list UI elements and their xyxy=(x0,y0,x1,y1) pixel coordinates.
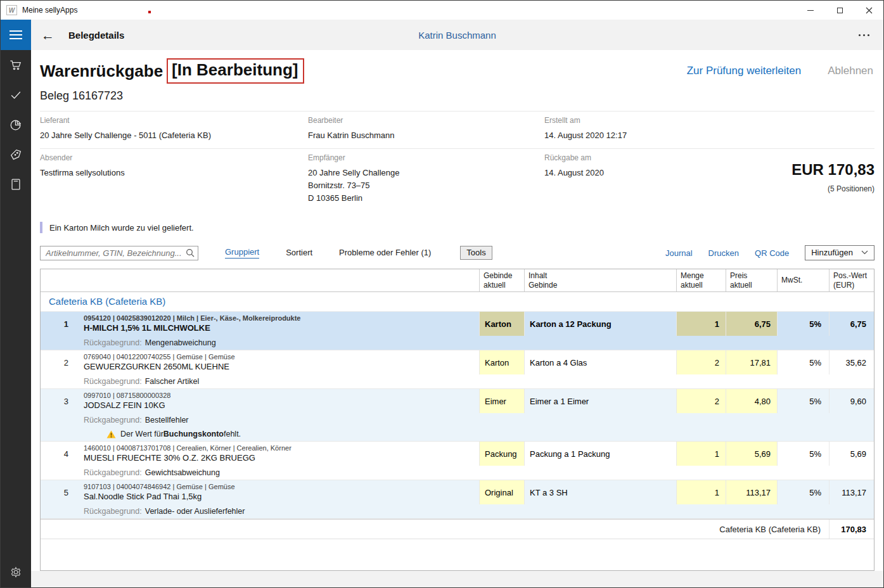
gebinde-cell[interactable]: Karton xyxy=(479,350,524,374)
sidebar xyxy=(1,20,31,587)
table-row[interactable]: 5 9107103 | 04004074846942 | Gemüse | Ge… xyxy=(41,480,874,504)
gebinde-cell[interactable]: Original xyxy=(479,480,524,504)
poswert-cell: 113,17 xyxy=(829,480,874,504)
mwst-cell: 5% xyxy=(777,389,829,413)
col-poswert: Pos.-Wert(EUR) xyxy=(829,269,874,291)
book-icon xyxy=(9,177,23,191)
more-options-button[interactable] xyxy=(857,30,871,39)
table-row[interactable]: 1 0954120 | 04025839012020 | Milch | Eie… xyxy=(41,312,874,336)
article-cell: 0769040 | 04012200740255 | Gemüse | Gemü… xyxy=(74,350,479,374)
article-name: Sal.Noodle Stick Pad Thai 1,5kg xyxy=(84,491,202,502)
sidebar-item-cart[interactable] xyxy=(1,50,31,80)
gebinde-cell[interactable]: Packung xyxy=(479,442,524,466)
sidebar-item-tags[interactable] xyxy=(1,139,31,169)
menge-cell[interactable]: 1 xyxy=(676,312,726,336)
close-button[interactable] xyxy=(854,1,883,20)
poswert-cell: 35,62 xyxy=(829,350,874,374)
supplier-label: Lieferant xyxy=(40,116,308,125)
menge-cell[interactable]: 2 xyxy=(676,350,726,374)
mwst-cell: 5% xyxy=(777,480,829,504)
col-pos xyxy=(41,269,74,291)
col-menge: Mengeaktuell xyxy=(676,269,726,291)
col-preis: Preisaktuell xyxy=(726,269,777,291)
table-row[interactable]: 3 0997010 | 08715800000328 JODSALZ FEIN … xyxy=(41,389,874,413)
back-button[interactable]: ← xyxy=(41,29,54,42)
sidebar-item-check[interactable] xyxy=(1,80,31,110)
minimize-icon xyxy=(807,10,814,11)
editor-label: Bearbeiter xyxy=(308,116,544,125)
recipient-label: Empfänger xyxy=(308,153,544,162)
position-row-group[interactable]: 2 0769040 | 04012200740255 | Gemüse | Ge… xyxy=(41,350,874,389)
menge-cell[interactable]: 2 xyxy=(676,389,726,413)
preis-cell[interactable]: 6,75 xyxy=(726,312,777,336)
tab-problems[interactable]: Probleme oder Fehler (1) xyxy=(339,248,431,259)
return-reason-row: Rückgabegrund: Gewichtsabweichung xyxy=(41,466,874,480)
maximize-icon xyxy=(837,8,843,13)
inhalt-cell: Karton a 12 Packung xyxy=(524,312,676,336)
position-row-group[interactable]: 4 1460010 | 04008713701708 | Cerealien, … xyxy=(41,442,874,480)
article-cell: 0997010 | 08715800000328 JODSALZ FEIN 10… xyxy=(74,389,479,413)
position-row-group[interactable]: 1 0954120 | 04025839012020 | Milch | Eie… xyxy=(41,312,874,350)
warning-row: Der Wert für Buchungskonto fehlt. xyxy=(41,427,874,441)
article-cell: 0954120 | 04025839012020 | Milch | Eier-… xyxy=(74,312,479,336)
sidebar-item-statistics[interactable] xyxy=(1,110,31,139)
app-window: W Meine sellyApps xyxy=(0,0,884,588)
tab-grouped[interactable]: Gruppiert xyxy=(225,247,259,259)
window-titlebar: W Meine sellyApps xyxy=(1,1,883,20)
menge-cell[interactable]: 1 xyxy=(676,480,726,504)
article-info: 0954120 | 04025839012020 | Milch | Eier-… xyxy=(84,314,300,323)
tools-button[interactable]: Tools xyxy=(460,246,492,260)
sidebar-item-book[interactable] xyxy=(1,169,31,199)
print-link[interactable]: Drucken xyxy=(708,248,739,258)
gebinde-cell[interactable]: Karton xyxy=(479,312,524,336)
page-breadcrumb: Belegdetails xyxy=(68,30,124,41)
menge-cell[interactable]: 1 xyxy=(676,442,726,466)
article-info: 0997010 | 08715800000328 xyxy=(84,392,170,400)
red-dot xyxy=(148,11,151,13)
table-row[interactable]: 2 0769040 | 04012200740255 | Gemüse | Ge… xyxy=(41,350,874,374)
document-total: EUR 170,83 xyxy=(791,161,874,179)
preis-cell[interactable]: 17,81 xyxy=(726,350,777,374)
table-row[interactable]: 4 1460010 | 04008713701708 | Cerealien, … xyxy=(41,442,874,466)
return-reason-row: Rückgabegrund: Bestellfehler xyxy=(41,413,874,427)
tab-sorted[interactable]: Sortiert xyxy=(286,248,312,259)
article-info: 9107103 | 04004074846942 | Gemüse | Gemü… xyxy=(84,483,235,491)
preis-cell[interactable]: 113,17 xyxy=(726,480,777,504)
supplier-value: 20 Jahre Selly Challenge - 5011 (Cafeter… xyxy=(40,129,308,142)
forward-for-review-button[interactable]: Zur Prüfung weiterleiten xyxy=(687,65,801,77)
search-icon xyxy=(186,248,195,257)
created-label: Erstellt am xyxy=(544,116,874,125)
journal-link[interactable]: Journal xyxy=(665,248,693,258)
article-name: GEWUERZGURKEN 2650ML KUEHNE xyxy=(84,361,229,372)
position-number: 2 xyxy=(41,350,74,374)
positions-table: Gebindeaktuell InhaltGebinde Mengeaktuel… xyxy=(40,269,874,571)
poswert-cell: 6,75 xyxy=(829,312,874,336)
poswert-cell: 9,60 xyxy=(829,389,874,413)
menu-button[interactable] xyxy=(1,20,31,50)
inhalt-cell: KT a 3 SH xyxy=(524,480,676,504)
qr-code-link[interactable]: QR Code xyxy=(755,248,789,258)
gebinde-cell[interactable]: Eimer xyxy=(479,389,524,413)
nav-bar: ← Belegdetails Katrin Buschmann xyxy=(31,20,883,50)
preis-cell[interactable]: 5,69 xyxy=(726,442,777,466)
app-logo-icon: W xyxy=(6,5,17,15)
reject-button[interactable]: Ablehnen xyxy=(828,65,873,77)
ellipsis-icon xyxy=(863,34,865,36)
position-number: 3 xyxy=(41,389,74,413)
article-name: MUESLI FRUECHTE 30% O.Z. 2KG BRUEGG xyxy=(84,452,255,463)
mwst-cell: 5% xyxy=(777,442,829,466)
preis-cell[interactable]: 4,80 xyxy=(726,389,777,413)
col-article xyxy=(74,269,479,291)
document-number: Beleg 16167723 xyxy=(40,89,874,103)
maximize-button[interactable] xyxy=(825,1,854,20)
article-name: JODSALZ FEIN 10KG xyxy=(84,400,165,411)
position-row-group[interactable]: 5 9107103 | 04004074846942 | Gemüse | Ge… xyxy=(41,480,874,519)
position-number: 5 xyxy=(41,480,74,504)
search-input[interactable] xyxy=(40,246,198,260)
inhalt-cell: Karton a 4 Glas xyxy=(524,350,676,374)
settings-button[interactable] xyxy=(1,561,31,584)
position-row-group[interactable]: 3 0997010 | 08715800000328 JODSALZ FEIN … xyxy=(41,389,874,442)
minimize-button[interactable] xyxy=(796,1,825,20)
add-dropdown-button[interactable]: Hinzufügen xyxy=(805,245,874,260)
col-inhalt: InhaltGebinde xyxy=(524,269,676,291)
